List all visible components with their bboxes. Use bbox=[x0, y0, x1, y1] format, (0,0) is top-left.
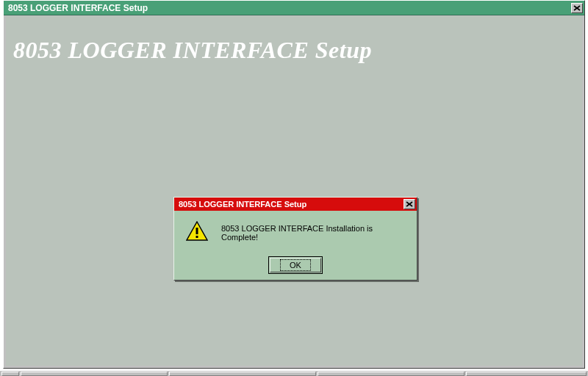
taskbar bbox=[0, 370, 588, 376]
ok-button[interactable]: OK bbox=[270, 258, 321, 272]
taskbar-item[interactable] bbox=[169, 372, 316, 376]
taskbar-item[interactable] bbox=[1, 372, 19, 376]
message-dialog: 8053 LOGGER INTERFACE Setup 8053 LOGGER … bbox=[173, 197, 417, 281]
warning-icon bbox=[186, 221, 208, 245]
dialog-close-icon[interactable] bbox=[404, 199, 415, 209]
main-title-text: 8053 LOGGER INTERFACE Setup bbox=[8, 3, 148, 13]
dialog-body: 8053 LOGGER INTERFACE Installation is Co… bbox=[174, 211, 417, 280]
dialog-message: 8053 LOGGER INTERFACE Installation is Co… bbox=[221, 224, 409, 242]
taskbar-tray[interactable] bbox=[466, 372, 587, 376]
svg-rect-5 bbox=[196, 228, 198, 234]
main-body: 8053 LOGGER INTERFACE Setup bbox=[6, 16, 582, 366]
main-titlebar: 8053 LOGGER INTERFACE Setup bbox=[4, 1, 584, 15]
svg-rect-6 bbox=[196, 236, 198, 238]
page-title: 8053 LOGGER INTERFACE Setup bbox=[13, 37, 372, 64]
taskbar-item[interactable] bbox=[318, 372, 465, 376]
dialog-title-text: 8053 LOGGER INTERFACE Setup bbox=[179, 200, 306, 209]
dialog-button-row: OK bbox=[182, 258, 409, 272]
dialog-titlebar: 8053 LOGGER INTERFACE Setup bbox=[174, 198, 417, 211]
taskbar-item[interactable] bbox=[21, 372, 168, 376]
close-icon[interactable] bbox=[571, 3, 583, 13]
main-window: 8053 LOGGER INTERFACE Setup 8053 LOGGER … bbox=[3, 0, 585, 369]
ok-button-label: OK bbox=[280, 259, 311, 271]
dialog-content-row: 8053 LOGGER INTERFACE Installation is Co… bbox=[182, 221, 409, 245]
